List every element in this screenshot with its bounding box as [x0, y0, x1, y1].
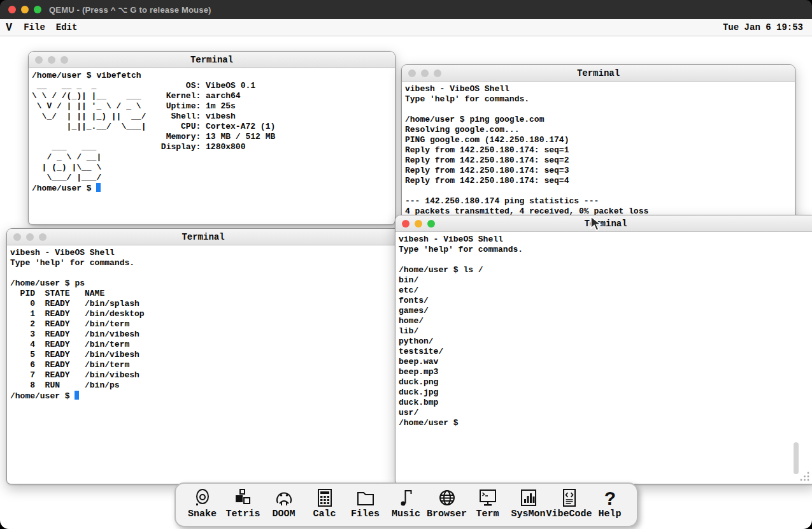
menubar-clock: Tue Jan 6 19:53	[723, 22, 803, 33]
vibecode-icon	[559, 488, 580, 508]
dock-item-help[interactable]: ? Help	[592, 486, 628, 519]
dock-item-label: Browser	[427, 509, 467, 519]
term-icon	[478, 488, 498, 508]
macos-zoom-button[interactable]	[34, 6, 41, 13]
dock-item-vibecode[interactable]: VibeCode	[552, 486, 587, 519]
calc-icon	[315, 488, 335, 508]
dock-item-label: Music	[392, 509, 420, 519]
dock-item-music[interactable]: Music	[388, 486, 424, 519]
dock-item-label: Files	[351, 509, 380, 519]
dock-item-label: SysMon	[511, 509, 545, 519]
window-titlebar[interactable]: Terminal	[402, 65, 795, 82]
scrollbar-thumb[interactable]	[794, 442, 799, 474]
tetris-icon	[233, 488, 253, 508]
terminal-window-vibefetch: Terminal /home/user $ vibefetch __ __ _ …	[28, 51, 395, 225]
music-icon	[396, 488, 417, 508]
macos-minimize-button[interactable]	[21, 6, 29, 13]
close-button[interactable]	[408, 69, 416, 77]
menubar: V File Edit Tue Jan 6 19:53	[0, 19, 812, 36]
qemu-titlebar[interactable]: QEMU - (Press ^ ⌥ G to release Mouse)	[0, 0, 812, 19]
terminal-text: vibesh - VibeOS Shell Type 'help' for co…	[405, 84, 648, 216]
text-cursor	[96, 183, 101, 192]
close-button[interactable]	[13, 233, 21, 241]
dock-item-label: Tetris	[225, 509, 260, 519]
window-titlebar[interactable]: Terminal	[29, 52, 395, 68]
terminal-text: /home/user $ vibefetch __ __ _ _ OS: Vib…	[32, 71, 275, 193]
text-cursor	[75, 391, 79, 400]
window-title: Terminal	[402, 68, 795, 78]
zoom-button[interactable]	[427, 220, 435, 228]
dock: Snake Tetris DOOM	[175, 482, 638, 527]
sysmon-icon	[518, 488, 539, 508]
terminal-output[interactable]: vibesh - VibeOS Shell Type 'help' for co…	[402, 82, 795, 219]
minimize-button[interactable]	[421, 69, 429, 77]
browser-icon	[437, 488, 457, 508]
dock-item-label: Term	[476, 509, 499, 519]
svg-text:?: ?	[604, 489, 615, 508]
dock-item-doom[interactable]: DOOM	[266, 486, 302, 519]
window-titlebar[interactable]: Terminal	[7, 229, 399, 245]
terminal-output[interactable]: vibesh - VibeOS Shell Type 'help' for co…	[395, 232, 812, 431]
dock-item-calc[interactable]: Calc	[307, 486, 343, 519]
doom-icon	[274, 488, 294, 508]
dock-item-snake[interactable]: Snake	[185, 486, 220, 519]
dock-item-files[interactable]: Files	[348, 486, 383, 519]
macos-close-button[interactable]	[8, 6, 16, 13]
window-title: Terminal	[7, 232, 399, 242]
zoom-button[interactable]	[39, 233, 46, 241]
files-icon	[355, 488, 376, 508]
terminal-text: vibesh - VibeOS Shell Type 'help' for co…	[399, 235, 523, 428]
close-button[interactable]	[35, 56, 43, 64]
menu-file[interactable]: File	[24, 22, 45, 33]
dock-item-label: DOOM	[272, 509, 295, 519]
terminal-output[interactable]: vibesh - VibeOS Shell Type 'help' for co…	[7, 245, 399, 404]
dock-item-tetris[interactable]: Tetris	[225, 486, 261, 519]
minimize-button[interactable]	[415, 220, 422, 228]
minimize-button[interactable]	[26, 233, 34, 241]
terminal-text: vibesh - VibeOS Shell Type 'help' for co…	[10, 248, 145, 401]
dock-item-label: Snake	[188, 509, 217, 519]
window-titlebar[interactable]: Terminal	[395, 215, 812, 232]
zoom-button[interactable]	[61, 56, 68, 64]
dock-item-sysmon[interactable]: SysMon	[511, 486, 546, 519]
dock-item-label: Calc	[313, 509, 336, 519]
minimize-button[interactable]	[48, 56, 55, 64]
qemu-window-title: QEMU - (Press ^ ⌥ G to release Mouse)	[49, 5, 211, 15]
dock-item-label: VibeCode	[546, 509, 592, 519]
close-button[interactable]	[402, 220, 410, 228]
vibeos-logo[interactable]: V	[6, 21, 12, 34]
resize-grip-icon[interactable]	[799, 471, 811, 482]
terminal-output[interactable]: /home/user $ vibefetch __ __ _ _ OS: Vib…	[29, 68, 395, 196]
terminal-window-ps: Terminal vibesh - VibeOS Shell Type 'hel…	[6, 228, 400, 484]
zoom-button[interactable]	[434, 69, 441, 77]
terminal-window-ls: Terminal vibesh - VibeOS Shell Type 'hel…	[395, 215, 812, 484]
window-title: Terminal	[29, 55, 395, 65]
snake-icon	[192, 488, 213, 508]
window-title: Terminal	[395, 219, 812, 229]
help-icon: ?	[600, 488, 620, 508]
dock-item-label: Help	[598, 509, 621, 519]
menu-edit[interactable]: Edit	[56, 22, 78, 33]
dock-item-browser[interactable]: Browser	[429, 486, 465, 519]
dock-item-term[interactable]: Term	[470, 486, 506, 519]
vibeos-screen: QEMU - (Press ^ ⌥ G to release Mouse) V …	[0, 0, 812, 529]
